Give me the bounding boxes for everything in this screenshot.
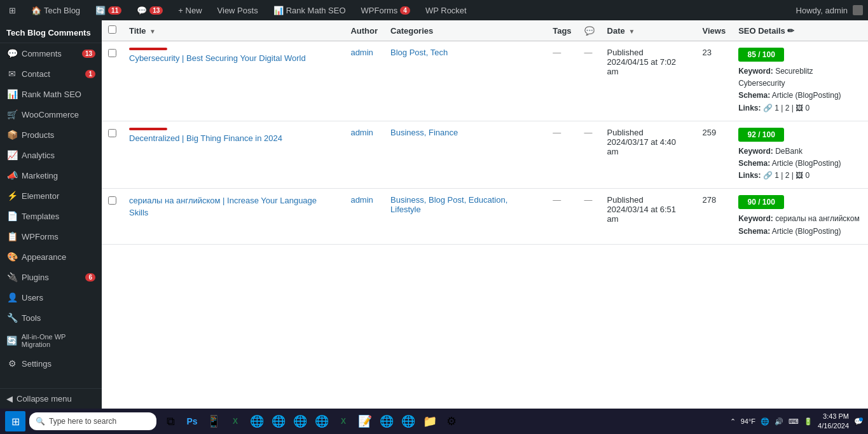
sidebar-item-label: WPForms <box>22 232 59 241</box>
post-date-cell: Published 2024/03/17 at 4:40 am <box>601 121 696 189</box>
chrome-app-2[interactable]: 🌐 <box>268 411 289 431</box>
categories-link[interactable]: Blog Post, Tech <box>390 48 448 57</box>
categories-link[interactable]: Business, Finance <box>390 128 458 137</box>
sidebar-item-comments[interactable]: 💬 Comments 13 <box>0 43 102 64</box>
taskbar-apps: ⧉ Ps 📱 X 🌐 🌐 🌐 🌐 X 📝 🌐 🌐 📁 ⚙ <box>160 411 462 431</box>
sidebar-item-label: Analytics <box>22 151 55 160</box>
post-seo-cell: 85 / 100 Keyword: Secureblitz Cybersecur… <box>732 41 868 121</box>
sidebar-item-contact[interactable]: ✉ Contact 1 <box>0 64 102 84</box>
sidebar-item-all-in-one[interactable]: 🔄 All-in-One WP Migration <box>0 328 102 353</box>
tags-value: — <box>553 128 561 137</box>
file-explorer-app[interactable]: 📁 <box>420 411 440 431</box>
col-author: Author <box>344 20 384 41</box>
post-date-cell: Published 2024/03/14 at 6:51 am <box>601 189 696 244</box>
wpforms-bar[interactable]: WPForms 4 <box>357 0 414 20</box>
rank-math-icon: 📊 <box>6 89 18 99</box>
view-posts[interactable]: View Posts <box>214 0 262 20</box>
post-title-link[interactable]: сериалы на английском | Increase Your La… <box>129 196 317 217</box>
sidebar-item-label: Settings <box>22 359 52 369</box>
whatsapp-app[interactable]: 📱 <box>203 411 224 431</box>
tags-value: — <box>553 48 561 57</box>
chrome-app-3[interactable]: 🌐 <box>290 411 310 431</box>
sidebar-item-analytics[interactable]: 📈 Analytics <box>0 145 102 165</box>
post-title-cell: Cybersecurity | Best Securing Your Digit… <box>123 41 344 121</box>
row-checkbox[interactable] <box>108 129 116 137</box>
post-title-link[interactable]: Cybersecurity | Best Securing Your Digit… <box>129 53 306 63</box>
analytics-icon: 📈 <box>6 150 18 160</box>
sidebar-item-wpforms[interactable]: 📋 WPForms <box>0 226 102 247</box>
post-title-cell: Decentralized | Big Thing Finance in 202… <box>123 121 344 189</box>
comments-bar[interactable]: 💬 13 <box>133 0 167 20</box>
volume-icon[interactable]: 🔊 <box>775 417 783 426</box>
sidebar-item-elementor[interactable]: ⚡ Elementor <box>0 186 102 206</box>
comments-icon: 💬 <box>137 6 147 15</box>
notepad-app[interactable]: 📝 <box>355 411 375 431</box>
plugins-icon: 🔌 <box>6 272 18 282</box>
sidebar-item-woocommerce[interactable]: 🛒 WooCommerce <box>0 104 102 125</box>
author-link[interactable]: admin <box>350 195 373 205</box>
expand-icon[interactable]: ⌃ <box>730 417 736 426</box>
post-title-link[interactable]: Decentralized | Big Thing Finance in 202… <box>129 133 282 143</box>
sidebar-brand[interactable]: Tech Blog Comments <box>0 20 102 43</box>
sidebar-item-products[interactable]: 📦 Products <box>0 125 102 145</box>
updates[interactable]: 🔄 11 <box>92 0 125 20</box>
chrome-app-4[interactable]: 🌐 <box>312 411 332 431</box>
row-checkbox[interactable] <box>108 196 116 205</box>
start-button[interactable]: ⊞ <box>5 411 25 431</box>
taskbar-clock[interactable]: 3:43 PM 4/16/2024 <box>818 412 849 431</box>
collapse-label: Collapse menu <box>17 394 72 403</box>
taskview-app[interactable]: ⧉ <box>160 411 181 431</box>
excel-app-2[interactable]: X <box>333 411 354 431</box>
col-date[interactable]: Date ▼ <box>601 20 696 41</box>
post-author-cell: admin <box>344 189 384 244</box>
avatar[interactable] <box>853 5 863 15</box>
sidebar-item-settings[interactable]: ⚙ Settings <box>0 353 102 374</box>
chrome-app-6[interactable]: 🌐 <box>398 411 418 431</box>
taskbar: ⊞ 🔍 Type here to search ⧉ Ps 📱 X 🌐 🌐 🌐 🌐… <box>0 409 868 434</box>
post-categories-cell: Blog Post, Tech <box>384 41 546 121</box>
sidebar-item-label: WooCommerce <box>22 110 79 119</box>
settings-app[interactable]: ⚙ <box>441 411 462 431</box>
sidebar-item-label: Products <box>22 130 54 140</box>
author-link[interactable]: admin <box>350 48 373 57</box>
wp-rocket-bar[interactable]: WP Rocket <box>422 0 471 20</box>
sidebar-item-label: Elementor <box>22 191 59 201</box>
row-checkbox[interactable] <box>108 49 116 57</box>
templates-icon: 📄 <box>6 211 18 221</box>
rank-math-bar[interactable]: 📊 Rank Math SEO <box>270 0 350 20</box>
temperature: 94°F <box>741 417 755 425</box>
sidebar-item-plugins[interactable]: 🔌 Plugins 6 <box>0 267 102 287</box>
site-name[interactable]: 🏠 Tech Blog <box>27 0 84 20</box>
wp-logo[interactable]: ⊞ <box>5 0 20 20</box>
taskbar-search[interactable]: 🔍 Type here to search <box>29 412 156 430</box>
collapse-menu[interactable]: ◀ Collapse menu <box>0 389 102 409</box>
sidebar-item-templates[interactable]: 📄 Templates <box>0 206 102 226</box>
seo-score: 85 / 100 <box>738 48 784 62</box>
chrome-app-5[interactable]: 🌐 <box>376 411 397 431</box>
photoshop-app[interactable]: Ps <box>182 411 202 431</box>
new-content[interactable]: + New <box>174 0 205 20</box>
col-title[interactable]: Title ▼ <box>123 20 344 41</box>
sidebar-item-users[interactable]: 👤 Users <box>0 287 102 308</box>
sidebar-item-marketing[interactable]: 📣 Marketing <box>0 165 102 186</box>
title-red-bar <box>129 48 167 50</box>
seo-details: Keyword: DeBank Schema: Article (BlogPos… <box>738 146 862 182</box>
post-author-cell: admin <box>344 121 384 189</box>
chrome-app[interactable]: 🌐 <box>247 411 267 431</box>
sidebar-item-tools[interactable]: 🔧 Tools <box>0 308 102 328</box>
home-icon: 🏠 <box>31 6 41 15</box>
wp-icon: ⊞ <box>9 6 16 15</box>
sidebar-item-appearance[interactable]: 🎨 Appearance <box>0 247 102 267</box>
select-all-checkbox[interactable] <box>108 25 116 34</box>
categories-link[interactable]: Business, Blog Post, Education, Lifestyl… <box>390 195 507 214</box>
post-seo-cell: 92 / 100 Keyword: DeBank Schema: Article… <box>732 121 868 189</box>
views-value: 259 <box>703 128 717 137</box>
seo-details: Keyword: Secureblitz Cybersecurity Schem… <box>738 65 862 114</box>
excel-app[interactable]: X <box>225 411 245 431</box>
sidebar-item-rank-math[interactable]: 📊 Rank Math SEO <box>0 84 102 104</box>
updates-icon: 🔄 <box>95 6 106 15</box>
notification-center[interactable]: 💬 <box>854 417 863 426</box>
author-link[interactable]: admin <box>350 128 373 137</box>
post-comments-cell: — <box>578 189 601 244</box>
products-icon: 📦 <box>6 130 18 140</box>
